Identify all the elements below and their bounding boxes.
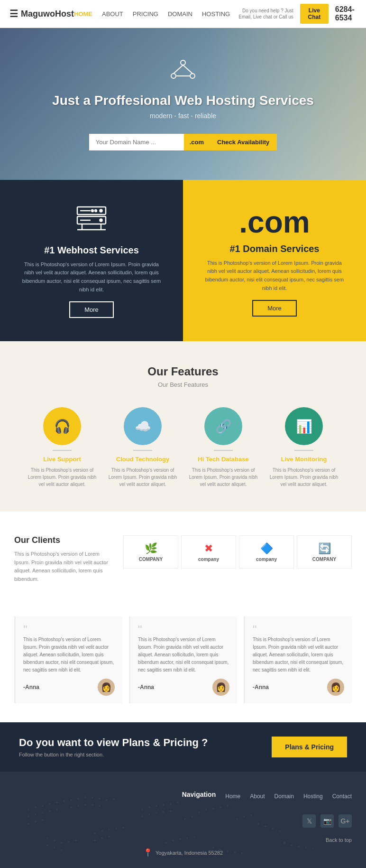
server-icon — [73, 203, 110, 238]
domain-description: This is Photoshop's version of Lorem Ips… — [202, 259, 347, 292]
testimonial-2-text: This is Photoshop's version of Lorem Ips… — [138, 636, 229, 674]
footer-nav: Navigation Home About Domain Hosting Con… — [182, 791, 352, 805]
live-support-name: Live Support — [27, 456, 98, 463]
testimonial-1-author: -Anna — [23, 683, 39, 692]
database-name: Hi Tech Database — [188, 456, 259, 463]
svg-point-8 — [100, 209, 102, 212]
domain-column: .com #1 Domain Services This is Photosho… — [183, 180, 366, 341]
footer-nav-home[interactable]: Home — [225, 793, 240, 800]
clients-left: Our Clients This is Photoshop's version … — [14, 535, 109, 583]
features-section: Our Features Our Best Features 🎧 Live Su… — [0, 341, 366, 512]
location-pin-icon: 📍 — [143, 848, 153, 857]
nav-pricing[interactable]: PRICING — [133, 10, 158, 18]
clients-title: Our Clients — [14, 535, 109, 545]
feature-database: 🔗 Hi Tech Database This is Photoshop's v… — [188, 407, 259, 488]
clients-logos: 🌿 COMPANY ✖ company 🔷 company 🔄 COMPANY — [123, 535, 352, 583]
cloud-name: Cloud Technology — [107, 456, 178, 463]
plans-pricing-button[interactable]: Plans & Pricing — [272, 737, 347, 757]
features-subtitle: Our Best Features — [14, 381, 352, 388]
svg-point-9 — [100, 219, 102, 221]
nav-about[interactable]: ABOUT — [102, 10, 123, 18]
testimonial-2-avatar: 👩 — [212, 679, 229, 696]
footer-nav-hosting[interactable]: Hosting — [303, 793, 323, 800]
hero-section: Just a Proffesional Web Hosting Services… — [0, 28, 366, 180]
footer-location: 📍 Yogyakarta, Indonesia 55282 — [143, 848, 223, 857]
testimonial-2-author-row: -Anna 👩 — [138, 679, 229, 696]
svg-line-4 — [183, 65, 192, 74]
google-plus-icon[interactable]: G+ — [339, 814, 352, 828]
logo: ☰ MaguwoHost — [9, 8, 74, 19]
svg-point-92 — [234, 851, 236, 853]
two-column-section: #1 Webhost Services This is Photoshop's … — [0, 180, 366, 341]
logo-icon: ☰ — [9, 8, 18, 19]
testimonial-2-author: -Anna — [138, 683, 154, 692]
nav-home[interactable]: HOME — [74, 10, 92, 18]
footer: Navigation Home About Domain Hosting Con… — [0, 772, 366, 868]
svg-point-2 — [190, 74, 195, 78]
monitoring-icon: 📊 — [285, 407, 323, 445]
live-support-desc: This is Photoshop's version of Lorem Ips… — [27, 467, 98, 488]
domain-title: #1 Domain Services — [230, 243, 320, 254]
testimonial-3-author: -Anna — [253, 683, 269, 692]
testimonial-1-avatar: 👩 — [98, 679, 115, 696]
testimonials-section: This is Photoshop's version of Lorem Ips… — [0, 607, 366, 722]
client-name-1: COMPANY — [139, 557, 163, 562]
client-logo-3: 🔷 company — [239, 535, 294, 569]
clients-description: This is Photoshop's version of Lorem Ips… — [14, 550, 109, 583]
svg-point-91 — [227, 850, 229, 852]
footer-nav-about[interactable]: About — [250, 793, 265, 800]
client-icon-2: ✖ — [204, 542, 213, 555]
testimonials-grid: This is Photoshop's version of Lorem Ips… — [14, 616, 352, 703]
domain-more-button[interactable]: More — [252, 300, 297, 317]
svg-point-93 — [241, 852, 243, 854]
client-logo-2: ✖ company — [181, 535, 236, 569]
nav-hosting[interactable]: HOSTING — [202, 10, 230, 18]
hero-subtitle: modern - fast - reliable — [150, 112, 216, 120]
webhost-description: This is Photoshop's version of Lorem Ips… — [19, 261, 164, 294]
features-title: Our Features — [14, 365, 352, 378]
features-grid: 🎧 Live Support This is Photoshop's versi… — [14, 407, 352, 488]
client-name-4: COMPANY — [312, 557, 336, 562]
nav-domain[interactable]: DOMAIN — [168, 10, 192, 18]
help-text: Do you need help ? Just Email, Live chat… — [230, 8, 293, 20]
header-right: Do you need help ? Just Email, Live chat… — [230, 4, 357, 24]
testimonial-1-author-row: -Anna 👩 — [23, 679, 115, 696]
footer-nav-contact[interactable]: Contact — [332, 793, 352, 800]
domain-search-bar: .com Check Availability — [89, 134, 277, 150]
feature-divider — [214, 450, 233, 451]
testimonial-2: This is Photoshop's version of Lorem Ips… — [129, 616, 237, 703]
monitoring-desc: This is Photoshop's version of Lorem Ips… — [268, 467, 339, 488]
feature-divider — [294, 450, 313, 451]
clients-layout: Our Clients This is Photoshop's version … — [14, 535, 352, 583]
testimonial-3: This is Photoshop's version of Lorem Ips… — [244, 616, 352, 703]
webhost-more-button[interactable]: More — [69, 301, 114, 318]
svg-point-95 — [291, 844, 293, 846]
phone-number: 6284-6534 — [335, 5, 357, 22]
live-chat-button[interactable]: Live Chat — [300, 4, 329, 24]
cloud-icon: ☁️ — [124, 407, 162, 445]
back-to-top-link[interactable]: Back to top — [326, 837, 352, 843]
client-name-3: company — [256, 557, 277, 562]
database-desc: This is Photoshop's version of Lorem Ips… — [188, 467, 259, 488]
svg-point-74 — [54, 847, 55, 849]
svg-point-0 — [181, 60, 185, 65]
svg-point-13 — [95, 210, 97, 212]
logo-text: MaguwoHost — [21, 9, 74, 19]
testimonial-3-author-row: -Anna 👩 — [253, 679, 344, 696]
client-icon-1: 🌿 — [145, 542, 157, 555]
cloud-desc: This is Photoshop's version of Lorem Ips… — [107, 467, 178, 488]
footer-content: Navigation Home About Domain Hosting Con… — [14, 791, 352, 843]
domain-input[interactable] — [89, 134, 184, 150]
instagram-icon[interactable]: 📷 — [320, 814, 334, 828]
cta-text: Do you want to view Plans & Pricing ? Fo… — [19, 737, 208, 757]
feature-cloud: ☁️ Cloud Technology This is Photoshop's … — [107, 407, 178, 488]
svg-line-3 — [174, 65, 183, 74]
client-logo-4: 🔄 COMPANY — [297, 535, 352, 569]
svg-point-1 — [171, 74, 176, 78]
footer-nav-domain[interactable]: Domain — [274, 793, 294, 800]
svg-point-98 — [312, 848, 314, 849]
client-logo-1: 🌿 COMPANY — [123, 535, 178, 569]
footer-social: 𝕏 📷 G+ — [302, 814, 352, 828]
twitter-icon[interactable]: 𝕏 — [302, 814, 316, 828]
check-availability-button[interactable]: Check Availability — [210, 134, 277, 150]
